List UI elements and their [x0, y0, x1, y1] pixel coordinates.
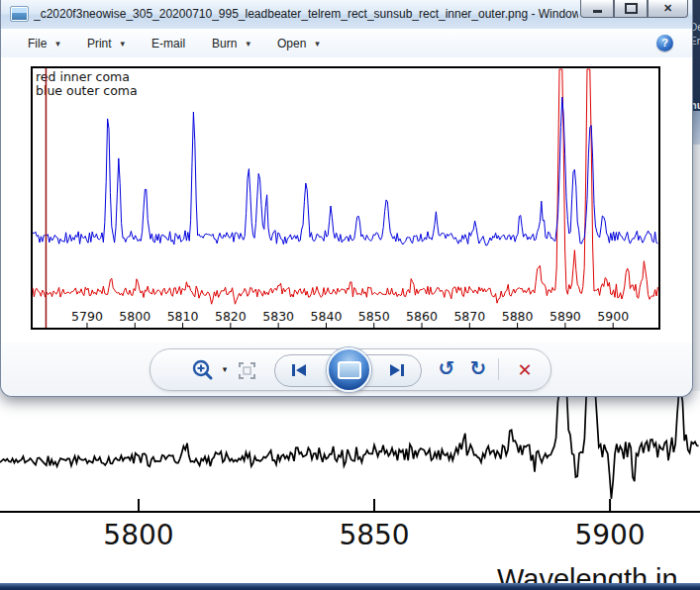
- previous-button[interactable]: [289, 361, 309, 379]
- chevron-down-icon: ▾: [223, 364, 228, 374]
- menu-print[interactable]: Print ▾: [87, 37, 125, 50]
- svg-text:5790: 5790: [71, 309, 103, 324]
- svg-text:5840: 5840: [311, 309, 343, 324]
- svg-text:5890: 5890: [550, 309, 581, 324]
- minimize-icon: [593, 10, 602, 13]
- help-icon: ?: [661, 37, 668, 49]
- window-controls: ✕: [580, 0, 688, 18]
- delete-button[interactable]: ✕: [513, 357, 537, 381]
- next-button[interactable]: [387, 361, 407, 379]
- close-icon: ✕: [663, 2, 672, 15]
- svg-text:5800: 5800: [119, 309, 150, 324]
- title-bar[interactable]: _c2020f3neowise_305_20200710_995_leadbea…: [1, 0, 692, 30]
- rotate-clockwise-button[interactable]: ↻: [467, 355, 489, 381]
- svg-text:5850: 5850: [339, 519, 409, 551]
- chevron-down-icon: ▾: [55, 39, 60, 49]
- menu-email[interactable]: E-mail: [151, 37, 185, 50]
- help-button[interactable]: ?: [656, 35, 673, 51]
- play-slideshow-button[interactable]: [327, 347, 371, 392]
- rotate-counterclockwise-button[interactable]: ↺: [436, 355, 457, 381]
- screen: 580058505900Wavelength in De En hu _c202…: [0, 0, 700, 590]
- zoom-button[interactable]: [190, 357, 216, 382]
- svg-text:5810: 5810: [167, 309, 199, 324]
- delete-x-icon: ✕: [517, 359, 532, 380]
- maximize-button[interactable]: [614, 0, 648, 18]
- svg-text:5880: 5880: [502, 309, 534, 324]
- toolbar-divider: [498, 358, 499, 380]
- fit-to-window-button[interactable]: [238, 361, 255, 379]
- zoom-dropdown-arrow[interactable]: ▾: [220, 362, 230, 376]
- viewer-toolbar: ▾: [150, 348, 551, 391]
- menu-email-label: E-mail: [151, 37, 185, 50]
- svg-text:5860: 5860: [406, 309, 438, 324]
- slideshow-picture-icon: [338, 361, 361, 379]
- chevron-down-icon: ▾: [121, 39, 126, 49]
- svg-text:5870: 5870: [453, 309, 485, 324]
- rotate-cw-icon: ↻: [470, 356, 487, 380]
- spectrum-image: 5790580058105820583058405850586058705880…: [31, 66, 660, 330]
- menu-bar: File ▾ Print ▾ E-mail Burn ▾ Open ▾: [1, 29, 692, 58]
- magnifier-plus-icon: [191, 358, 215, 382]
- svg-text:5850: 5850: [358, 309, 390, 324]
- menu-file[interactable]: File ▾: [28, 37, 60, 50]
- svg-text:5830: 5830: [262, 309, 294, 324]
- fit-to-window-icon: [239, 362, 255, 379]
- previous-icon: [290, 362, 308, 378]
- svg-text:5900: 5900: [574, 519, 645, 551]
- chevron-down-icon: ▾: [315, 39, 320, 49]
- menu-burn-label: Burn: [212, 37, 237, 50]
- viewer-toolbar-area: ▾: [1, 343, 692, 396]
- menu-file-label: File: [28, 37, 47, 50]
- svg-text:blue outer coma: blue outer coma: [36, 83, 138, 98]
- background-spectrum-chart: 580058505900Wavelength in: [0, 391, 700, 590]
- menu-burn[interactable]: Burn ▾: [212, 37, 250, 50]
- chevron-down-icon: ▾: [246, 39, 250, 49]
- rotate-ccw-icon: ↺: [439, 356, 455, 380]
- maximize-icon: [625, 3, 638, 14]
- photo-viewer-icon: [10, 6, 29, 22]
- image-display-area: 5790580058105820583058405850586058705880…: [1, 57, 692, 343]
- minimize-button[interactable]: [580, 0, 614, 18]
- photo-viewer-window: _c2020f3neowise_305_20200710_995_leadbea…: [0, 0, 693, 397]
- menu-open[interactable]: Open ▾: [277, 37, 320, 50]
- bottom-window-edge: [0, 583, 700, 590]
- close-button[interactable]: ✕: [648, 0, 688, 18]
- menu-open-label: Open: [277, 37, 306, 50]
- window-title: _c2020f3neowise_305_20200710_995_leadbea…: [34, 7, 578, 21]
- next-icon: [388, 362, 406, 378]
- svg-text:5820: 5820: [215, 309, 247, 324]
- svg-text:5800: 5800: [103, 519, 173, 551]
- menu-print-label: Print: [87, 37, 112, 50]
- svg-text:5900: 5900: [597, 309, 629, 324]
